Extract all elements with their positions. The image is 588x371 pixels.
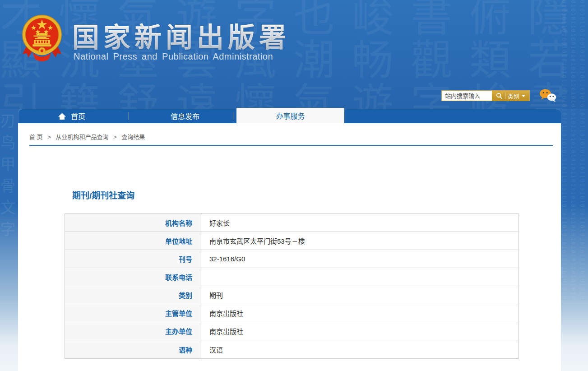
site-search: 类别	[441, 90, 530, 101]
table-row: 单位地址 南京市玄武区太平门街53号三楼	[65, 232, 518, 250]
result-table: 机构名称 好家长 单位地址 南京市玄武区太平门街53号三楼 刊号 32-1616…	[65, 213, 519, 359]
national-emblem	[21, 13, 63, 66]
content-panel: 首 页 > 从业机构和产品查询 > 查询结果 期刊/期刊社查询 机构名称 好家长…	[18, 123, 561, 371]
field-value: 南京出版社	[200, 322, 518, 340]
field-value	[200, 268, 518, 286]
table-row: 联系电话	[65, 268, 518, 286]
nav-info-label: 信息发布	[171, 111, 199, 121]
nav-services-label: 办事服务	[276, 110, 305, 121]
table-row: 类别 期刊	[65, 286, 518, 304]
field-value: 南京市玄武区太平门街53号三楼	[200, 232, 518, 250]
field-label: 联系电话	[65, 268, 200, 286]
field-value: 期刊	[200, 286, 518, 304]
home-icon	[58, 112, 66, 120]
nav-home-label: 首页	[71, 111, 85, 121]
site-header: 才懷氣遊字也峻書俯隱顯流墨雲風潮畅觀類若引籍舒遠懷氣遊字峻書俯隱顯流墨雲風潮畅觀…	[0, 0, 588, 109]
nav-divider	[129, 112, 129, 120]
wechat-icon[interactable]	[539, 88, 558, 103]
site-subtitle: National Press and Publication Administr…	[74, 51, 273, 62]
breadcrumb-result: 查询结果	[121, 134, 145, 140]
table-row: 语种 汉语	[65, 340, 518, 358]
main-nav: 首页 信息发布 办事服务	[18, 109, 561, 123]
field-label: 单位地址	[65, 232, 200, 250]
breadcrumb: 首 页 > 从业机构和产品查询 > 查询结果	[29, 132, 145, 141]
breadcrumb-separator: >	[113, 134, 117, 140]
breadcrumb-divider	[29, 145, 553, 146]
breadcrumb-query[interactable]: 从业机构和产品查询	[56, 134, 108, 140]
breadcrumb-home[interactable]: 首 页	[29, 134, 43, 140]
nav-divider	[233, 112, 233, 120]
field-label: 语种	[65, 340, 200, 358]
search-input[interactable]	[442, 91, 492, 101]
left-band-watermark: 刃鸟甲骨文字	[1, 113, 18, 302]
field-label: 主管单位	[65, 304, 200, 322]
chevron-down-icon[interactable]	[522, 95, 525, 97]
table-row: 机构名称 好家长	[65, 214, 518, 232]
table-row: 主管单位 南京出版社	[65, 304, 518, 322]
search-icon[interactable]	[496, 93, 503, 99]
site-title: 国家新闻出版署	[72, 15, 290, 55]
table-row: 主办单位 南京出版社	[65, 322, 518, 340]
field-label: 刊号	[65, 250, 200, 268]
breadcrumb-separator: >	[47, 134, 51, 140]
table-row: 刊号 32-1616/G0	[65, 250, 518, 268]
field-value: 汉语	[200, 340, 518, 358]
search-category-dropdown[interactable]: 类别	[508, 92, 519, 100]
search-divider	[505, 93, 505, 99]
nav-item-home[interactable]: 首页	[58, 109, 116, 123]
field-value: 32-1616/G0	[200, 250, 518, 268]
nav-item-info-release[interactable]: 信息发布	[158, 109, 212, 123]
field-label: 机构名称	[65, 214, 200, 232]
field-label: 主办单位	[65, 322, 200, 340]
page-background: 才懷氣遊字也峻書俯隱顯流墨雲風潮畅觀類若引籍舒遠懷氣遊字峻書俯隱顯流墨雲風潮畅觀…	[0, 0, 588, 371]
nav-item-services[interactable]: 办事服务	[236, 108, 344, 123]
section-title: 期刊/期刊社查询	[72, 189, 134, 201]
field-value: 南京出版社	[200, 304, 518, 322]
search-submit[interactable]: 类别	[492, 91, 529, 101]
field-label: 类别	[65, 286, 200, 304]
field-value: 好家长	[200, 214, 518, 232]
